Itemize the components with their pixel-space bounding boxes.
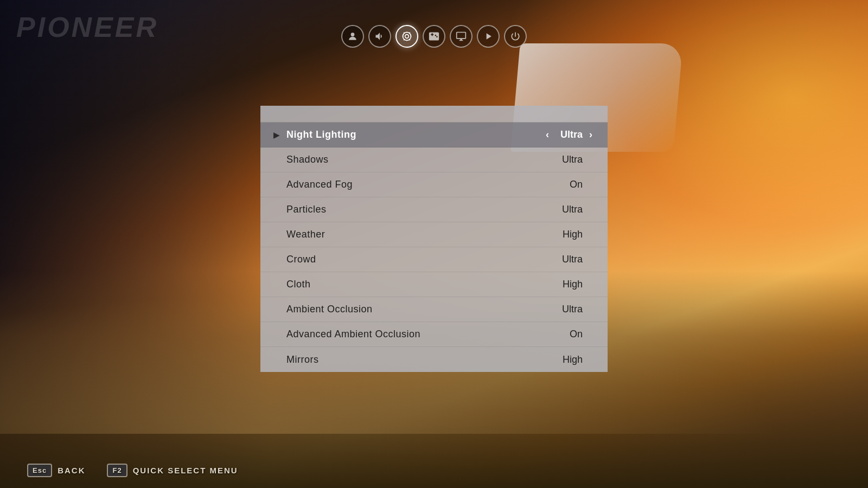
setting-row-0[interactable]: ▶ Night Lighting ‹ Ultra › xyxy=(260,123,608,147)
setting-name-7: Ambient Occlusion xyxy=(286,304,373,315)
setting-row-6[interactable]: Cloth ‹ High › xyxy=(260,272,608,297)
tab-icon-profile[interactable] xyxy=(341,25,364,48)
tab-icon-controls[interactable] xyxy=(423,25,445,48)
setting-row-7[interactable]: Ambient Occlusion ‹ Ultra › xyxy=(260,297,608,322)
setting-value-6: High xyxy=(556,279,583,290)
setting-value-container-4: ‹ High › xyxy=(544,229,595,240)
setting-name-1: Shadows xyxy=(286,154,329,165)
setting-left-4: Weather xyxy=(273,229,325,240)
setting-row-4[interactable]: Weather ‹ High › xyxy=(260,222,608,247)
setting-value-container-8: ‹ On › xyxy=(544,329,595,340)
setting-value-container-1: ‹ Ultra › xyxy=(544,154,595,165)
setting-row-9[interactable]: Mirrors ‹ High › xyxy=(260,347,608,372)
tab-icon-extras[interactable] xyxy=(477,25,500,48)
svg-point-0 xyxy=(351,33,355,36)
header xyxy=(0,0,868,48)
key-badge-0: Esc xyxy=(27,464,52,477)
chevron-left-0[interactable]: ‹ xyxy=(544,129,551,140)
setting-value-5: Ultra xyxy=(556,254,583,265)
setting-left-3: Particles xyxy=(273,204,327,215)
setting-value-container-6: ‹ High › xyxy=(544,279,595,290)
setting-name-0: Night Lighting xyxy=(286,129,356,140)
setting-value-container-5: ‹ Ultra › xyxy=(544,254,595,265)
bottom-action-0[interactable]: Esc BACK xyxy=(27,464,85,477)
setting-value-3: Ultra xyxy=(556,204,583,215)
setting-value-1: Ultra xyxy=(556,154,583,165)
setting-row-3[interactable]: Particles ‹ Ultra › xyxy=(260,197,608,222)
setting-value-container-7: ‹ Ultra › xyxy=(544,304,595,315)
action-label-0: BACK xyxy=(58,466,85,475)
tab-icon-power[interactable] xyxy=(504,25,527,48)
setting-value-container-3: ‹ Ultra › xyxy=(544,204,595,215)
tab-icon-display[interactable] xyxy=(450,25,473,48)
setting-value-9: High xyxy=(556,354,583,365)
bottom-action-1[interactable]: F2 QUICK SELECT MENU xyxy=(107,464,238,477)
setting-row-1[interactable]: Shadows ‹ Ultra › xyxy=(260,147,608,172)
key-badge-1: F2 xyxy=(107,464,127,477)
bottom-bar: Esc BACK F2 QUICK SELECT MENU xyxy=(27,464,238,477)
setting-value-container-0: ‹ Ultra › xyxy=(544,129,595,140)
setting-row-8[interactable]: Advanced Ambient Occlusion ‹ On › xyxy=(260,322,608,347)
setting-name-8: Advanced Ambient Occlusion xyxy=(286,329,420,340)
setting-left-7: Ambient Occlusion xyxy=(273,304,373,315)
setting-left-1: Shadows xyxy=(273,154,329,165)
action-label-1: QUICK SELECT MENU xyxy=(133,466,238,475)
setting-row-5[interactable]: Crowd ‹ Ultra › xyxy=(260,247,608,272)
active-indicator-0: ▶ xyxy=(273,131,281,139)
setting-value-2: On xyxy=(556,179,583,190)
tab-icon-audio[interactable] xyxy=(368,25,391,48)
setting-left-9: Mirrors xyxy=(273,354,319,365)
setting-left-5: Crowd xyxy=(273,254,316,265)
quality-settings-panel: ▶ Night Lighting ‹ Ultra › Shadows ‹ Ult… xyxy=(260,106,608,372)
setting-value-container-2: ‹ On › xyxy=(544,179,595,190)
setting-name-2: Advanced Fog xyxy=(286,179,353,190)
setting-left-2: Advanced Fog xyxy=(273,179,353,190)
setting-name-9: Mirrors xyxy=(286,354,319,365)
setting-value-8: On xyxy=(556,329,583,340)
chevron-right-0[interactable]: › xyxy=(587,129,595,140)
setting-row-2[interactable]: Advanced Fog ‹ On › xyxy=(260,172,608,197)
settings-list: ▶ Night Lighting ‹ Ultra › Shadows ‹ Ult… xyxy=(260,123,608,372)
setting-name-5: Crowd xyxy=(286,254,316,265)
setting-value-container-9: ‹ High › xyxy=(544,354,595,365)
setting-name-6: Cloth xyxy=(286,279,311,290)
setting-value-4: High xyxy=(556,229,583,240)
setting-value-7: Ultra xyxy=(556,304,583,315)
setting-left-6: Cloth xyxy=(273,279,311,290)
setting-name-3: Particles xyxy=(286,204,327,215)
tabs-row xyxy=(341,25,527,48)
setting-value-0: Ultra xyxy=(556,129,583,140)
tab-icon-settings[interactable] xyxy=(395,25,418,48)
setting-left-0: ▶ Night Lighting xyxy=(273,129,356,140)
setting-left-8: Advanced Ambient Occlusion xyxy=(273,329,420,340)
panel-title xyxy=(260,106,608,123)
setting-name-4: Weather xyxy=(286,229,325,240)
